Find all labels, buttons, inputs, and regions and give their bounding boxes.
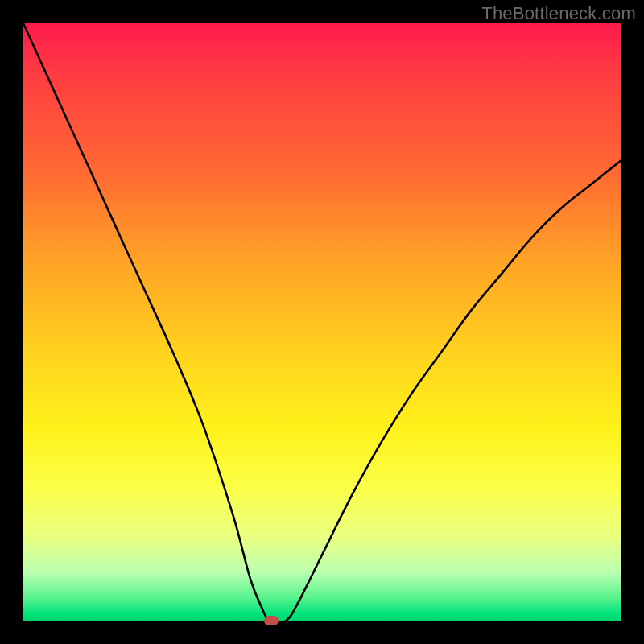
bottleneck-curve — [23, 23, 621, 621]
chart-frame: TheBottleneck.com — [0, 0, 644, 644]
optimal-point-marker — [264, 616, 279, 625]
watermark-text: TheBottleneck.com — [481, 3, 636, 24]
chart-plot-area — [23, 23, 621, 621]
